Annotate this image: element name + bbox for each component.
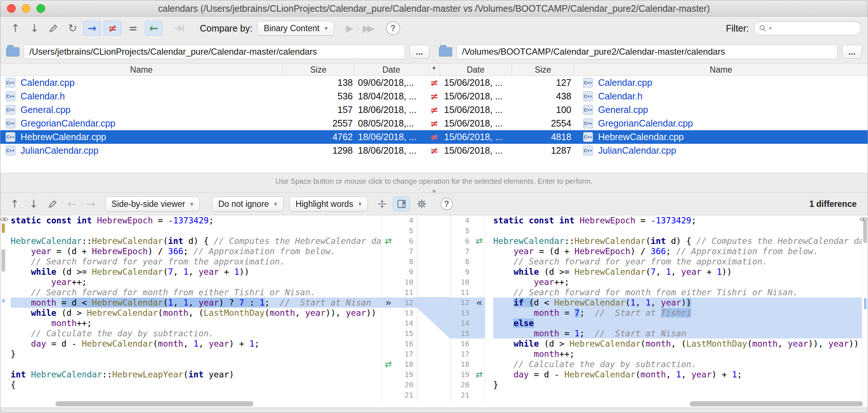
viewer-mode-select[interactable]: Side-by-side viewer ▾	[105, 197, 199, 211]
maximize-button[interactable]	[36, 4, 45, 13]
gutter-cell	[473, 359, 486, 369]
move-down-button[interactable]: ↓	[26, 20, 43, 36]
refresh-button[interactable]: ↻	[64, 20, 81, 36]
left-path-field[interactable]: /Users/jetbrains/CLionProjects/Calendar_…	[24, 44, 405, 59]
file-row[interactable]: C++Calendar.h53618/04/2018, ...≠15/06/20…	[0, 89, 868, 103]
code-line-18	[11, 359, 382, 369]
scrollbar-thumb[interactable]	[1, 249, 5, 272]
help-button[interactable]: ?	[386, 21, 400, 35]
diff-operation[interactable]: ≠	[429, 104, 440, 116]
swap-arrows-marker[interactable]: ⇄	[382, 359, 395, 369]
line-number: 19	[451, 369, 473, 380]
gutter-cell	[473, 256, 486, 267]
column-header-date-right[interactable]: Date	[440, 64, 512, 76]
warning-stripe-mark	[2, 223, 5, 233]
cpp-file-icon: C++	[6, 118, 15, 128]
horizontal-scrollbars	[0, 400, 868, 407]
left-editor-scrollbar[interactable]	[0, 215, 6, 400]
left-file-name: HebrewCalendar.cpp	[21, 132, 106, 142]
code-line-12: if (d < HebrewCalendar(1, 1, year))	[493, 297, 862, 308]
line-number: 15	[395, 328, 417, 339]
cpp-file-icon: C++	[583, 146, 593, 156]
line-number: 20	[451, 380, 473, 390]
compare-by-value: Binary Content	[264, 23, 319, 33]
minimize-button[interactable]	[22, 4, 30, 13]
ignore-policy-select[interactable]: Do not ignore ▾	[212, 197, 283, 211]
diff-operation[interactable]: ≠	[429, 77, 440, 88]
left-hscrollbar-thumb[interactable]	[55, 401, 253, 406]
compare-by-select[interactable]: Binary Content ▾	[257, 21, 334, 36]
show-new-on-right-toggle[interactable]: ←	[145, 21, 162, 36]
line-number: 8	[395, 256, 417, 267]
left-browse-button[interactable]: ...	[410, 45, 429, 59]
compare-by-label: Compare by:	[200, 23, 252, 34]
gutter-cell	[473, 215, 486, 226]
back-button[interactable]: ←	[63, 196, 80, 212]
help-button[interactable]: ?	[440, 198, 453, 210]
apply-right-marker[interactable]: »	[382, 297, 395, 308]
forward-button[interactable]: →	[83, 196, 99, 212]
code-line-18: // Calculate the day by subtraction.	[493, 359, 862, 369]
swap-arrows-marker[interactable]: ⇄	[473, 236, 486, 246]
code-line-16: day = d - HebrewCalendar(month, 1, year)…	[11, 339, 382, 349]
line-number: 8	[451, 256, 473, 267]
column-header-date-left[interactable]: Date	[354, 64, 429, 76]
chevron-down-icon: ▾	[274, 200, 277, 208]
filter-input[interactable]: ▾	[754, 21, 861, 35]
column-header-size-right[interactable]: Size	[512, 64, 574, 76]
column-header-name-right[interactable]: Name	[574, 64, 868, 76]
file-row[interactable]: C++JulianCalendar.cpp129818/06/2018, ...…	[0, 144, 868, 157]
diff-operation[interactable]: ≠	[429, 145, 440, 156]
diff-gutter: ⇄»⇄ 456789101112131415161718192021 45678…	[382, 215, 485, 400]
code-line-13: while (d > HebrewCalendar(month, (LastMo…	[11, 308, 382, 318]
diff-operation[interactable]: ≠	[429, 118, 440, 129]
editor-settings-button[interactable]	[413, 196, 430, 212]
right-editor-scrollbar[interactable]	[862, 215, 868, 400]
gutter-cell	[382, 215, 395, 226]
left-code[interactable]: static const int HebrewEpoch = -1373429;…	[6, 215, 382, 400]
code-line-7: year = (d + HebrewEpoch) / 366; // Appro…	[11, 246, 382, 256]
file-row[interactable]: C++HebrewCalendar.cpp476218/06/2018, ...…	[0, 130, 868, 144]
line-number: 14	[451, 318, 473, 328]
not-equal-icon: ≠	[108, 22, 117, 34]
right-arrow-icon: →	[88, 22, 96, 34]
column-header-operation[interactable]: *	[429, 64, 440, 76]
close-button[interactable]	[7, 4, 16, 13]
previous-difference-button[interactable]: ↑	[6, 196, 23, 212]
column-header-name-left[interactable]: Name	[0, 64, 283, 76]
show-equal-toggle[interactable]: =	[124, 21, 142, 36]
right-hscrollbar-thumb[interactable]	[690, 401, 863, 406]
move-up-button[interactable]: ↑	[7, 20, 24, 36]
file-row[interactable]: C++General.cpp15718/06/2018, ...≠15/06/2…	[0, 103, 868, 117]
file-row[interactable]: C++GregorianCalendar.cpp255708/05/2018,.…	[0, 117, 868, 130]
diff-operation[interactable]: ≠	[429, 91, 440, 102]
right-browse-button[interactable]: ...	[842, 45, 862, 59]
column-header-size-left[interactable]: Size	[283, 64, 354, 76]
next-difference-button[interactable]: ↓	[25, 196, 42, 212]
code-line-21	[493, 390, 862, 400]
right-path-field[interactable]: /Volumes/BOOTCAMP/Calendar_pure2/Calenda…	[457, 44, 838, 59]
highlight-policy-select[interactable]: Highlight words ▾	[289, 197, 368, 211]
cpp-file-icon: C++	[6, 146, 15, 156]
collapse-unchanged-button[interactable]	[374, 196, 391, 212]
show-new-on-left-toggle[interactable]: →	[83, 21, 101, 36]
gutter-cell	[473, 390, 486, 400]
sync-scroll-toggle[interactable]	[393, 197, 410, 211]
window-title: calendars (/Users/jetbrains/CLionProject…	[0, 0, 868, 17]
edit-button[interactable]	[45, 20, 62, 36]
highlighting-level-eye-icon[interactable]	[860, 217, 868, 223]
right-code[interactable]: static const int HebrewEpoch = -1373429;…	[485, 215, 862, 400]
file-row[interactable]: C++Calendar.cpp13809/06/2018,...≠15/06/2…	[0, 76, 868, 89]
scrollbar-thumb[interactable]	[863, 220, 867, 243]
highlighting-level-eye-icon[interactable]	[0, 217, 8, 223]
show-difference-toggle[interactable]: ≠	[104, 21, 121, 36]
swap-arrows-marker[interactable]: ⇄	[382, 236, 395, 246]
right-file-date: 15/06/2018, ...	[440, 91, 512, 102]
swap-arrows-marker[interactable]: ⇄	[473, 369, 486, 380]
apply-left-marker[interactable]: «	[473, 297, 486, 308]
line-number: 21	[451, 390, 473, 400]
gutter-cell	[473, 287, 486, 297]
jump-to-source-button[interactable]	[44, 196, 61, 212]
left-arrow-icon: ←	[149, 22, 158, 34]
diff-operation[interactable]: ≠	[429, 131, 440, 143]
